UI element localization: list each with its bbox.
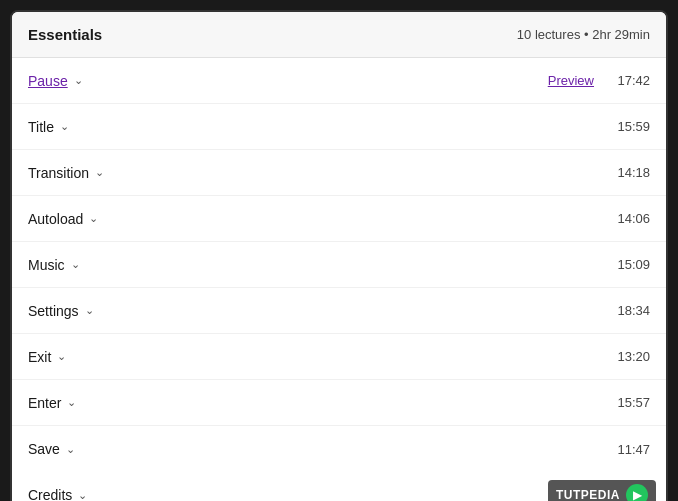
- lecture-chevron-icon[interactable]: ⌄: [60, 120, 69, 133]
- lecture-duration: 14:06: [610, 211, 650, 226]
- lecture-name-text: Save: [28, 441, 60, 457]
- credits-label: Credits ⌄: [28, 487, 87, 501]
- lecture-name-text: Enter: [28, 395, 61, 411]
- tutpedia-play-icon: ▶: [626, 484, 648, 501]
- lecture-link[interactable]: Pause: [28, 73, 68, 89]
- lecture-duration: 18:34: [610, 303, 650, 318]
- lecture-duration: 15:09: [610, 257, 650, 272]
- lecture-row: Music ⌄ 15:09: [12, 242, 666, 288]
- lecture-row: Settings ⌄ 18:34: [12, 288, 666, 334]
- lecture-name: Enter ⌄: [28, 395, 76, 411]
- lecture-name: Exit ⌄: [28, 349, 66, 365]
- lecture-row: Enter ⌄ 15:57: [12, 380, 666, 426]
- lecture-duration: 15:59: [610, 119, 650, 134]
- lecture-chevron-icon[interactable]: ⌄: [57, 350, 66, 363]
- lecture-row: Title ⌄ 15:59: [12, 104, 666, 150]
- lecture-chevron-icon[interactable]: ⌄: [66, 443, 75, 456]
- lecture-chevron-icon[interactable]: ⌄: [85, 304, 94, 317]
- lecture-name: Transition ⌄: [28, 165, 104, 181]
- lecture-chevron-icon[interactable]: ⌄: [89, 212, 98, 225]
- section-title: Essentials: [28, 26, 102, 43]
- lecture-duration: 14:18: [610, 165, 650, 180]
- lecture-name-text: Autoload: [28, 211, 83, 227]
- lecture-name: Title ⌄: [28, 119, 69, 135]
- lecture-row: Save ⌄ 11:47: [12, 426, 666, 472]
- preview-link[interactable]: Preview: [548, 73, 594, 88]
- tutpedia-text: TUTPEDIA: [556, 488, 620, 501]
- lecture-duration: 17:42: [610, 73, 650, 88]
- lecture-row: Pause ⌄ Preview 17:42: [12, 58, 666, 104]
- section-meta: 10 lectures • 2hr 29min: [517, 27, 650, 42]
- lecture-name-text: Music: [28, 257, 65, 273]
- lecture-row: Autoload ⌄ 14:06: [12, 196, 666, 242]
- lecture-name-text: Exit: [28, 349, 51, 365]
- lecture-name-text: Transition: [28, 165, 89, 181]
- lecture-chevron-icon[interactable]: ⌄: [67, 396, 76, 409]
- lecture-name-text: Settings: [28, 303, 79, 319]
- tutpedia-badge: TUTPEDIA ▶: [548, 480, 656, 501]
- lecture-duration: 13:20: [610, 349, 650, 364]
- lecture-duration: 15:57: [610, 395, 650, 410]
- credits-row: Credits ⌄ TUTPEDIA ▶: [12, 472, 666, 501]
- lecture-name: Settings ⌄: [28, 303, 94, 319]
- credits-chevron-icon[interactable]: ⌄: [78, 489, 87, 502]
- section-header: Essentials 10 lectures • 2hr 29min: [12, 12, 666, 58]
- lecture-duration: 11:47: [610, 442, 650, 457]
- lecture-chevron-icon[interactable]: ⌄: [71, 258, 80, 271]
- lecture-chevron-icon[interactable]: ⌄: [95, 166, 104, 179]
- lecture-name: Pause ⌄: [28, 73, 83, 89]
- course-section-panel: Essentials 10 lectures • 2hr 29min Pause…: [10, 10, 668, 501]
- lecture-name: Music ⌄: [28, 257, 80, 273]
- lecture-row: Exit ⌄ 13:20: [12, 334, 666, 380]
- lecture-list: Pause ⌄ Preview 17:42 Title ⌄ 15:59 Tran…: [12, 58, 666, 472]
- lecture-name: Autoload ⌄: [28, 211, 98, 227]
- lecture-row: Transition ⌄ 14:18: [12, 150, 666, 196]
- lecture-chevron-icon[interactable]: ⌄: [74, 74, 83, 87]
- lecture-name: Save ⌄: [28, 441, 75, 457]
- lecture-name-text: Title: [28, 119, 54, 135]
